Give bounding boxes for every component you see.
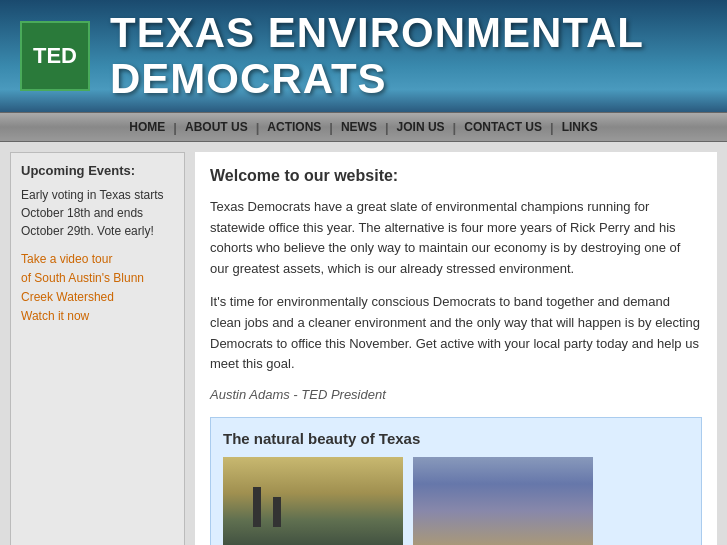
page-content: Welcome to our website: Texas Democrats … xyxy=(195,152,717,545)
navbar: HOME | ABOUT US | ACTIONS | NEWS | JOIN … xyxy=(0,112,727,142)
nav-news[interactable]: NEWS xyxy=(333,120,385,134)
logo-box: TED xyxy=(20,21,90,91)
nav-contact[interactable]: CONTACT US xyxy=(456,120,550,134)
site-title: TEXAS ENVIRONMENTAL DEMOCRATS xyxy=(110,10,644,102)
nav-about[interactable]: ABOUT US xyxy=(177,120,256,134)
nav-links[interactable]: LINKS xyxy=(554,120,606,134)
title-line1: TEXAS ENVIRONMENTAL DEMOCRATS xyxy=(110,10,644,102)
main-content: Upcoming Events: Early voting in Texas s… xyxy=(0,142,727,545)
logo: TED xyxy=(20,21,90,91)
nav-join[interactable]: JOIN US xyxy=(389,120,453,134)
beauty-section: The natural beauty of Texas xyxy=(210,417,702,545)
nav-links: HOME | ABOUT US | ACTIONS | NEWS | JOIN … xyxy=(121,120,605,135)
beauty-title: The natural beauty of Texas xyxy=(223,430,689,447)
sidebar-link-2[interactable]: of South Austin's Blunn xyxy=(21,269,174,288)
beauty-image-1 xyxy=(223,457,403,545)
sidebar-link-1[interactable]: Take a video tour xyxy=(21,250,174,269)
header: TED TEXAS ENVIRONMENTAL DEMOCRATS xyxy=(0,0,727,112)
signature: Austin Adams - TED President xyxy=(210,387,702,402)
sidebar-link-4[interactable]: Watch it now xyxy=(21,307,174,326)
content-para-2: It's time for environmentally conscious … xyxy=(210,292,702,375)
sidebar: Upcoming Events: Early voting in Texas s… xyxy=(10,152,185,545)
sidebar-title: Upcoming Events: xyxy=(21,163,174,178)
logo-text: TED xyxy=(33,43,77,69)
nav-home[interactable]: HOME xyxy=(121,120,173,134)
beauty-images xyxy=(223,457,689,545)
nav-actions[interactable]: ACTIONS xyxy=(259,120,329,134)
beauty-image-2 xyxy=(413,457,593,545)
sidebar-event-text: Early voting in Texas starts October 18t… xyxy=(21,186,174,240)
sidebar-link-3[interactable]: Creek Watershed xyxy=(21,288,174,307)
content-para-1: Texas Democrats have a great slate of en… xyxy=(210,197,702,280)
welcome-title: Welcome to our website: xyxy=(210,167,702,185)
